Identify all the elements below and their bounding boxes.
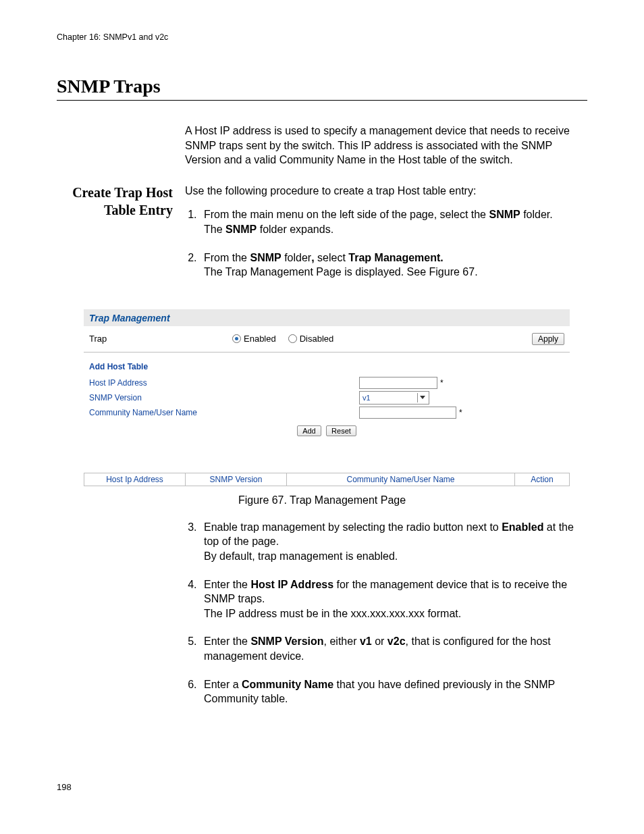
step-2: From the SNMP folder, select Trap Manage… [200, 251, 587, 280]
procedure-column-cont: Enable trap management by selecting the … [185, 520, 587, 720]
bold-text: Host IP Address [250, 579, 333, 590]
col-community: Community Name/User Name [287, 473, 515, 486]
field-label: SNMP Version [89, 393, 359, 402]
trap-row: Trap Enabled Disabled Apply [84, 326, 570, 353]
chapter-header: Chapter 16: SNMPv1 and v2c [57, 32, 587, 42]
radio-enabled[interactable]: Enabled [232, 334, 276, 344]
procedure-intro: Use the following procedure to create a … [185, 184, 587, 199]
bold-text: Trap Management. [348, 252, 443, 263]
step-text: Enable trap management by selecting the … [204, 521, 502, 533]
step-list-cont: Enable trap management by selecting the … [185, 520, 587, 706]
required-mark: * [440, 378, 444, 388]
step-text: From the main menu on the left side of t… [204, 209, 489, 220]
page-number: 198 [57, 782, 72, 792]
intro-column: A Host IP address is used to specify a m… [185, 124, 587, 184]
step-text: The IP address must be in the xxx.xxx.xx… [204, 608, 461, 619]
side-heading-column: Create Trap Host Table Entry [57, 184, 185, 219]
reset-button[interactable]: Reset [326, 425, 356, 436]
bold-text: v2c [387, 635, 406, 647]
required-mark: * [459, 408, 462, 417]
button-row: Add Reset [89, 425, 564, 436]
panel-header: Trap Management [84, 309, 570, 326]
step-text: Enter the [204, 635, 250, 647]
bold-text: SNMP [250, 252, 281, 263]
step-text: By default, trap management is enabled. [204, 550, 398, 562]
field-label: Community Name/User Name [89, 408, 359, 417]
step-text: The Trap Management Page is displayed. S… [204, 266, 478, 278]
community-name-input[interactable] [359, 407, 456, 419]
field-label: Host IP Address [89, 378, 359, 388]
step-text: folder. [520, 209, 553, 220]
apply-button[interactable]: Apply [532, 333, 564, 345]
step-text: or [372, 635, 387, 647]
radio-dot-icon [288, 334, 297, 343]
chevron-down-icon [417, 393, 427, 402]
radio-disabled-label: Disabled [300, 334, 334, 344]
field-host-ip: Host IP Address * [89, 375, 564, 390]
add-button[interactable]: Add [297, 425, 321, 436]
host-table-header: Host Ip Address SNMP Version Community N… [84, 473, 570, 486]
figure-caption: Figure 67. Trap Management Page [57, 494, 587, 506]
page-title: SNMP Traps [57, 76, 587, 97]
bold-text: Enabled [502, 521, 543, 533]
add-host-title: Add Host Table [89, 362, 564, 371]
snmp-version-select[interactable]: v1 [359, 391, 429, 405]
step-list: From the main menu on the left side of t… [185, 207, 587, 279]
field-snmp-version: SNMP Version v1 [89, 390, 564, 405]
step-1: From the main menu on the left side of t… [200, 207, 587, 236]
bold-text: Community Name [242, 679, 333, 690]
document-page: Chapter 16: SNMPv1 and v2c SNMP Traps A … [0, 0, 644, 834]
title-rule [57, 100, 587, 101]
section-heading: Create Trap Host Table Entry [57, 184, 173, 219]
radio-disabled[interactable]: Disabled [288, 334, 334, 344]
procedure-column: Use the following procedure to create a … [185, 184, 587, 293]
figure-trap-management: Trap Management Trap Enabled Disabled Ap… [84, 309, 570, 486]
step-text: Enter the [204, 579, 250, 590]
radio-dot-icon [232, 334, 241, 343]
bold-text: SNMP [225, 224, 257, 235]
trap-label: Trap [89, 334, 232, 344]
step-text: , either [324, 635, 360, 647]
procedure-block: Create Trap Host Table Entry Use the fol… [57, 184, 587, 293]
intro-paragraph: A Host IP address is used to specify a m… [185, 124, 587, 167]
field-community-name: Community Name/User Name * [89, 405, 564, 420]
bold-text: SNMP Version [250, 635, 323, 647]
bold-text: v1 [360, 635, 372, 647]
step-text: From the [204, 252, 250, 263]
col-host-ip: Host Ip Address [84, 473, 186, 486]
procedure-continued: Enable trap management by selecting the … [57, 520, 587, 720]
step-text: folder expands. [257, 224, 333, 235]
panel-title: Trap Management [89, 313, 170, 323]
step-text: select [315, 252, 349, 263]
radio-enabled-label: Enabled [244, 334, 276, 344]
step-5: Enter the SNMP Version, either v1 or v2c… [200, 634, 587, 663]
step-6: Enter a Community Name that you have def… [200, 677, 587, 706]
step-text: Enter a [204, 679, 242, 690]
content-columns: A Host IP address is used to specify a m… [57, 124, 587, 184]
col-snmp-version: SNMP Version [186, 473, 287, 486]
add-host-section: Add Host Table Host IP Address * SNMP Ve… [84, 353, 570, 442]
host-ip-input[interactable] [359, 377, 437, 389]
bold-text: SNMP [489, 209, 520, 220]
select-value: v1 [363, 394, 371, 402]
col-action: Action [515, 473, 569, 486]
step-3: Enable trap management by selecting the … [200, 520, 587, 564]
step-text: The [204, 224, 225, 235]
step-4: Enter the Host IP Address for the manage… [200, 577, 587, 621]
step-text: folder [281, 252, 311, 263]
